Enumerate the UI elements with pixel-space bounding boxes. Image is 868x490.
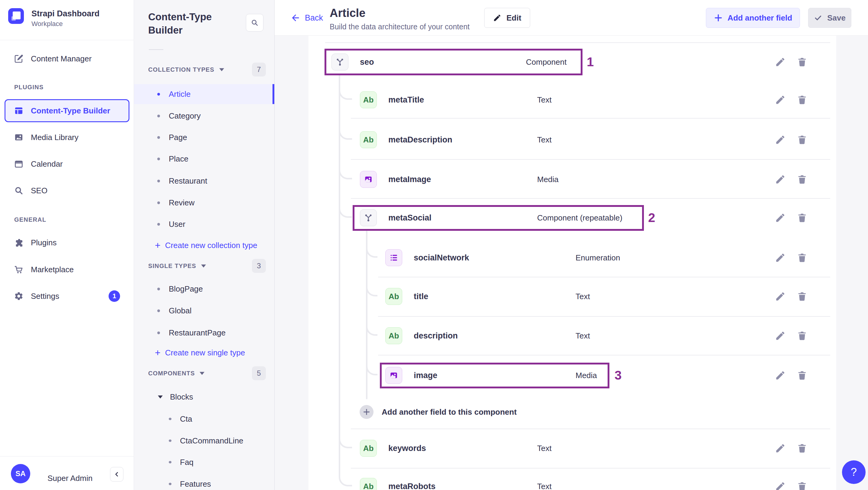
strapi-logo-icon [8,8,24,24]
panel-item-features[interactable]: Features [134,474,274,490]
pencil-icon [493,13,501,22]
fields-table: 1seoComponentAbmetaTitleTextAbmetaDescri… [309,36,836,490]
annotation-number: 1 [587,55,594,69]
add-component-field-label[interactable]: Add another field to this component [382,407,517,417]
search-icon [14,186,24,195]
add-component-field-button[interactable] [360,405,373,419]
tree-elbow [366,282,377,297]
delete-field-button[interactable] [797,94,807,105]
field-name: title [414,292,428,301]
create-new-single-type-link[interactable]: +Create new single type [155,348,245,358]
delete-field-button[interactable] [797,481,807,490]
panel-item-ctacommandline[interactable]: CtaCommandLine [134,431,274,451]
panel-item-global[interactable]: Global [134,301,274,320]
panel-item-restaurantpage[interactable]: RestaurantPage [134,323,274,343]
app-title: Strapi Dashboard [31,9,99,19]
bullet-icon [157,309,160,312]
edit-field-button[interactable] [775,481,786,490]
panel-item-category[interactable]: Category [134,106,274,126]
avatar[interactable]: SA [11,464,30,483]
delete-field-button[interactable] [797,291,807,302]
page-subtitle: Build the data architecture of your cont… [330,22,470,31]
panel-item-blogpage[interactable]: BlogPage [134,279,274,299]
edit-field-button[interactable] [775,291,786,302]
check-icon [814,13,822,22]
sidebar-item-marketplace[interactable]: Marketplace [7,258,127,280]
sidebar-item-content-type-builder[interactable]: Content-Type Builder [4,99,129,122]
panel-item-restaurant[interactable]: Restaurant [134,171,274,191]
field-type: Text [576,292,590,301]
media-field-icon [360,171,377,188]
delete-field-button[interactable] [797,174,807,185]
collapse-sidebar-button[interactable] [110,467,123,482]
edit-field-button[interactable] [775,443,786,454]
edit-field-button[interactable] [775,57,786,67]
text-field-icon: Ab [360,131,377,148]
panel-title: Content-Type Builder [148,10,236,37]
panel-item-article[interactable]: Article [134,84,274,104]
delete-field-button[interactable] [797,252,807,263]
sidebar-item-media-library[interactable]: Media Library [7,126,127,148]
tree-elbow [366,321,377,336]
panel-section-header-single-types[interactable]: SINGLE TYPES [148,263,206,270]
panel-item-user[interactable]: User [134,214,274,234]
bullet-icon [169,483,172,485]
tree-line [366,231,368,399]
bullet-icon [157,115,160,117]
panel-section-header-collection-types[interactable]: COLLECTION TYPES [148,66,224,73]
panel-section-count: 3 [252,259,266,273]
panel-item-cta[interactable]: Cta [134,409,274,429]
component-field-icon [360,209,377,226]
edit-field-button[interactable] [775,174,786,185]
panel-item-faq[interactable]: Faq [134,452,274,472]
field-name: image [414,371,437,380]
edit-field-button[interactable] [775,134,786,145]
panel-item-review[interactable]: Review [134,193,274,213]
save-button[interactable]: Save [808,8,851,28]
search-icon [250,19,259,27]
panel-section-header-components[interactable]: COMPONENTS [148,370,205,377]
delete-field-button[interactable] [797,443,807,454]
field-name: description [414,331,458,341]
edit-field-button[interactable] [775,370,786,381]
sidebar-item-content-manager[interactable]: Content Manager [7,48,127,69]
edit-field-button[interactable] [775,212,786,223]
edit-field-button[interactable] [775,94,786,105]
delete-field-button[interactable] [797,330,807,341]
field-type: Component [526,58,566,67]
add-another-field-button[interactable]: Add another field [706,8,800,28]
back-link[interactable]: Back [290,13,323,23]
sidebar-item-calendar[interactable]: Calendar [7,153,127,175]
edit-field-button[interactable] [775,330,786,341]
tree-elbow [339,125,352,140]
panel-item-page[interactable]: Page [134,127,274,147]
field-type: Media [576,371,597,380]
delete-field-button[interactable] [797,134,807,145]
chevron-left-icon [113,470,121,478]
settings-badge: 1 [108,290,120,302]
delete-field-button[interactable] [797,212,807,223]
sidebar-item-seo[interactable]: SEO [7,180,127,202]
edit-button[interactable]: Edit [484,8,530,28]
chevron-down-icon [158,395,163,398]
field-name: metaSocial [388,213,432,223]
field-name: metaRobots [388,482,435,490]
tree-elbow [339,434,352,448]
workspace-label: Workplace [31,20,63,28]
bullet-icon [169,439,172,442]
panel-item-place[interactable]: Place [134,149,274,169]
bullet-icon [157,288,160,290]
edit-field-button[interactable] [775,252,786,263]
panel-section-count: 7 [252,63,266,76]
delete-field-button[interactable] [797,370,807,381]
panel-group-blocks[interactable]: Blocks [158,392,193,402]
tree-elbow [339,165,352,179]
field-type: Media [537,175,559,184]
help-button[interactable]: ? [842,460,866,484]
search-button[interactable] [246,14,264,31]
delete-field-button[interactable] [797,57,807,67]
create-new-collection-type-link[interactable]: +Create new collection type [155,241,257,250]
bullet-icon [157,180,160,182]
sidebar-item-plugins[interactable]: Plugins [7,232,127,253]
bullet-icon [157,136,160,139]
